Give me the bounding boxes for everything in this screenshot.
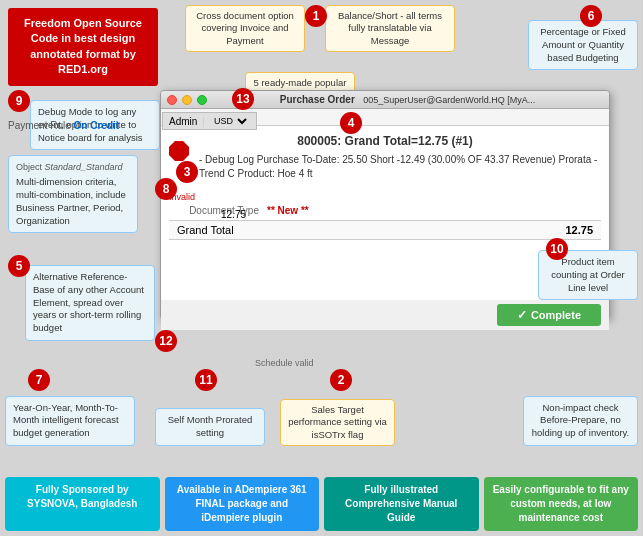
admin-label: Admin [169, 116, 197, 127]
object-label: Object [16, 162, 42, 172]
annotation-6: 6 [580, 5, 602, 27]
debug-log: - Debug Log Purchase To-Date: 25.50 Shor… [169, 153, 601, 181]
multi-dimension-callout: Object Standard_Standard Multi-dimension… [8, 155, 138, 233]
configurable-box: Easily configurable to fit any custom ne… [484, 477, 639, 531]
object-value: Standard_Standard [45, 162, 123, 172]
percentage-callout: Percentage or Fixed Amount or Quantity b… [528, 20, 638, 70]
main-container: Freedom Open Source Code in best design … [0, 0, 643, 536]
close-btn[interactable] [167, 95, 177, 105]
bottom-section: Fully Sponsored by SYSNOVA, Bangladesh A… [0, 472, 643, 536]
stop-icon [169, 141, 189, 161]
order-header: 800005: Grand Total=12.75 (#1) [169, 134, 601, 148]
object-row: Object Standard_Standard [16, 161, 130, 173]
self-month-callout: Self Month Prorated setting [155, 408, 265, 446]
doc-status-invalid: Invalid [169, 192, 601, 202]
sales-target-callout: Sales Target performance setting via isS… [280, 399, 395, 446]
freedom-banner: Freedom Open Source Code in best design … [8, 8, 158, 86]
balance-short-callout: Balance/Short - all terms fully translat… [325, 5, 455, 52]
manual-box: Fully illustrated Comprehensive Manual G… [324, 477, 479, 531]
available-box: Available in ADempiere 361 FINAL package… [165, 477, 320, 531]
minimize-btn[interactable] [182, 95, 192, 105]
alt-ref-callout: Alternative Reference-Base of any other … [25, 265, 155, 341]
cross-doc-callout: Cross document option covering Invoice a… [185, 5, 305, 52]
year-on-year-callout: Year-On-Year, Month-To-Month intelligent… [5, 396, 135, 446]
app-titlebar: Purchase Order 005_SuperUser@GardenWorld… [161, 91, 609, 109]
annotation-2: 2 [330, 369, 352, 391]
payment-rule-area: Payment Rule On Credit [8, 120, 119, 131]
multi-dim-text: Multi-dimension criteria, multi-combinat… [16, 176, 130, 227]
sponsored-box: Fully Sponsored by SYSNOVA, Bangladesh [5, 477, 160, 531]
annotation-3-inner: 3 [176, 161, 198, 183]
amount-display: 12.75 [221, 209, 246, 220]
currency-select[interactable]: USD [210, 115, 250, 127]
annotation-7: 7 [28, 369, 50, 391]
annotation-1: 1 [305, 5, 327, 27]
complete-bar: Complete [161, 300, 609, 330]
separator: | [202, 116, 205, 127]
annotation-11: 11 [195, 369, 217, 391]
annotation-8: 8 [155, 178, 177, 200]
grand-total-row: Grand Total 12.75 [169, 220, 601, 240]
annotation-13: 13 [232, 88, 254, 110]
window-title: Purchase Order 005_SuperUser@GardenWorld… [212, 94, 603, 105]
grand-total-label: Grand Total [177, 224, 234, 236]
non-impact-callout: Non-impact check Before-Prepare, no hold… [523, 396, 638, 446]
annotation-5: 5 [8, 255, 30, 277]
annotation-9: 9 [8, 90, 30, 112]
payment-rule-value: On Credit [74, 120, 120, 131]
schedule-valid: Schedule valid [255, 358, 314, 368]
complete-button[interactable]: Complete [497, 304, 601, 326]
payment-rule-label: Payment Rule [8, 120, 71, 131]
admin-bar: Admin | USD [162, 112, 257, 130]
grand-total-value: 12.75 [565, 224, 593, 236]
annotation-12: 12 [155, 330, 177, 352]
doc-type-value: ** New ** [267, 205, 309, 216]
annotation-4: 4 [340, 112, 362, 134]
maximize-btn[interactable] [197, 95, 207, 105]
annotation-10: 10 [546, 238, 568, 260]
